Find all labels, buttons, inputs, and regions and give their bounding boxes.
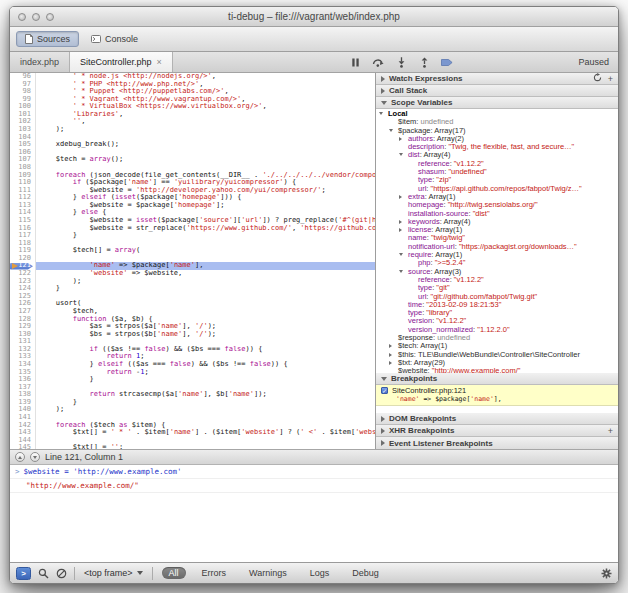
gutter-cell[interactable]: 107 <box>10 156 36 164</box>
scope-tree-row[interactable]: shasum: "undefined" <box>376 168 618 176</box>
code-text[interactable]: } <box>36 399 375 407</box>
code-line[interactable]: 119 $tech[] = array( <box>10 247 375 255</box>
code-text[interactable]: } elseif (isset($package['homepage'])) { <box>36 194 375 202</box>
gutter-cell[interactable]: 103 <box>10 126 36 134</box>
code-text[interactable]: $txt[] = ' * ' . $item['name'] . ($item[… <box>36 429 375 437</box>
code-text[interactable]: $tech = array(); <box>36 156 375 164</box>
scope-tree-row[interactable]: reference: "v1.12.2" <box>376 160 618 168</box>
code-line[interactable]: 135 return -1; <box>10 369 375 377</box>
code-text[interactable] <box>36 384 375 392</box>
gutter-cell[interactable]: 110 <box>10 179 36 187</box>
gutter-cell[interactable]: 112 <box>10 194 36 202</box>
gutter-cell[interactable]: 129 <box>10 323 36 331</box>
collapse-icon[interactable] <box>389 129 393 132</box>
code-line[interactable]: 102 '', <box>10 118 375 126</box>
clear-console-icon[interactable] <box>56 568 67 579</box>
refresh-icon[interactable] <box>593 73 602 84</box>
gutter-cell[interactable]: 122 <box>10 270 36 278</box>
filter-all[interactable]: All <box>162 567 186 579</box>
code-text[interactable] <box>36 414 375 422</box>
code-editor[interactable]: 96 ' * node.js <http://nodejs.org/>',97 … <box>10 73 375 449</box>
gutter-cell[interactable]: 121 <box>10 262 36 270</box>
code-text[interactable]: usort( <box>36 300 375 308</box>
section-watch-expressions[interactable]: Watch Expressions + <box>376 73 618 85</box>
gutter-cell[interactable]: 119 <box>10 247 36 255</box>
gutter-cell[interactable]: 144 <box>10 437 36 445</box>
scope-tree-row[interactable]: url: "https://api.github.com/repos/fabpo… <box>376 185 618 193</box>
scope-tree-row[interactable]: $this: TLE\Bundle\WebBundle\Controller\S… <box>376 351 618 359</box>
code-text[interactable] <box>36 164 375 172</box>
scope-tree-row[interactable]: $tech: Array(1) <box>376 342 618 350</box>
gutter-cell[interactable]: 104 <box>10 134 36 142</box>
code-line[interactable]: 117 } <box>10 232 375 240</box>
close-tab-icon[interactable]: × <box>157 57 162 67</box>
pause-resume-button[interactable] <box>348 55 362 69</box>
code-line[interactable]: 113 $website = $package['homepage']; <box>10 202 375 210</box>
scope-tree-row[interactable]: type: "library" <box>376 309 618 317</box>
gutter-cell[interactable]: 128 <box>10 316 36 324</box>
scope-tree-row[interactable]: name: "twig/twig" <box>376 234 618 242</box>
gutter-cell[interactable]: 145 <box>10 444 36 449</box>
gutter-cell[interactable]: 118 <box>10 240 36 248</box>
file-tab[interactable]: SiteController.php× <box>70 52 173 72</box>
code-text[interactable] <box>36 437 375 445</box>
gutter-cell[interactable]: 100 <box>10 103 36 111</box>
scope-tree-row[interactable]: Local <box>376 110 618 118</box>
expand-icon[interactable] <box>381 440 385 446</box>
scope-tree-row[interactable]: description: "Twig, the flexible, fast, … <box>376 143 618 151</box>
gutter-cell[interactable]: 126 <box>10 300 36 308</box>
code-line[interactable]: 105 xdebug_break(); <box>10 141 375 149</box>
gutter-cell[interactable]: 108 <box>10 164 36 172</box>
scope-tree-row[interactable]: reference: "v1.12.2" <box>376 276 618 284</box>
code-text[interactable]: if ($package['name'] == 'yuilibrary/yuic… <box>36 179 375 187</box>
code-text[interactable]: $bs = strpos($b['name'], '/'); <box>36 331 375 339</box>
scope-tree-row[interactable]: version: "v1.12.2" <box>376 317 618 325</box>
scope-tree-row[interactable]: keywords: Array(4) <box>376 218 618 226</box>
expand-icon[interactable] <box>399 220 402 224</box>
expand-icon[interactable] <box>399 228 402 232</box>
section-breakpoints[interactable]: Breakpoints <box>376 373 618 385</box>
section-event-listener-breakpoints[interactable]: Event Listener Breakpoints <box>376 437 618 449</box>
code-line[interactable]: 140 ); <box>10 406 375 414</box>
code-line[interactable]: 138 return strcasecmp($a['name'], $b['na… <box>10 391 375 399</box>
code-line[interactable]: 103 ); <box>10 126 375 134</box>
search-icon[interactable] <box>38 568 49 579</box>
collapse-icon[interactable] <box>399 153 403 156</box>
code-text[interactable] <box>36 134 375 142</box>
code-line[interactable]: 106 <box>10 149 375 157</box>
code-line[interactable]: 98 ' * Puppet <http://puppetlabs.com/>', <box>10 88 375 96</box>
gutter-cell[interactable]: 134 <box>10 361 36 369</box>
code-text[interactable]: foreach ($tech as $item) { <box>36 422 375 430</box>
scope-tree-row[interactable]: version_normalized: "1.12.2.0" <box>376 326 618 334</box>
frame-selector[interactable]: <top frame> <box>82 568 145 578</box>
code-text[interactable]: ' * PHP <http://www.php.net/>', <box>36 81 375 89</box>
console-panel[interactable]: >$website = 'http://www.example.com' "ht… <box>10 465 618 562</box>
code-text[interactable]: foreach (json_decode(file_get_contents(_… <box>36 172 375 180</box>
code-text[interactable]: ' * Vagrant <http://www.vagrantup.com/>'… <box>36 96 375 104</box>
code-line[interactable]: 130 $bs = strpos($b['name'], '/'); <box>10 331 375 339</box>
expand-icon[interactable] <box>389 361 392 365</box>
nav-tab-console[interactable]: Console <box>82 31 147 47</box>
code-line[interactable]: 124 } <box>10 285 375 293</box>
breakpoint-entry[interactable]: ✓ SiteController.php:121 'name' => $pack… <box>376 385 618 406</box>
code-line[interactable]: 114 } else { <box>10 209 375 217</box>
titlebar[interactable]: ti-debug – file:///vagrant/web/index.php <box>10 7 618 27</box>
code-line[interactable]: 134 } elseif (($as === false) && ($bs !=… <box>10 361 375 369</box>
code-text[interactable]: return -1; <box>36 369 375 377</box>
filter-debug[interactable]: Debug <box>345 567 386 579</box>
code-line[interactable]: 125 <box>10 293 375 301</box>
code-text[interactable]: 'Libraries', <box>36 111 375 119</box>
code-text[interactable]: function ($a, $b) { <box>36 316 375 324</box>
scope-tree-row[interactable]: $item: undefined <box>376 118 618 126</box>
close-window-button[interactable] <box>18 13 26 21</box>
code-line[interactable]: 99 ' * Vagrant <http://www.vagrantup.com… <box>10 96 375 104</box>
code-line[interactable]: 144 <box>10 437 375 445</box>
code-line[interactable]: 97 ' * PHP <http://www.php.net/>', <box>10 81 375 89</box>
code-line[interactable]: 133 return 1; <box>10 353 375 361</box>
section-call-stack[interactable]: Call Stack <box>376 85 618 97</box>
gutter-cell[interactable]: 116 <box>10 225 36 233</box>
code-text[interactable]: $tech, <box>36 308 375 316</box>
section-xhr-breakpoints[interactable]: XHR Breakpoints + <box>376 425 618 437</box>
gutter-cell[interactable]: 113 <box>10 202 36 210</box>
gutter-cell[interactable]: 132 <box>10 346 36 354</box>
